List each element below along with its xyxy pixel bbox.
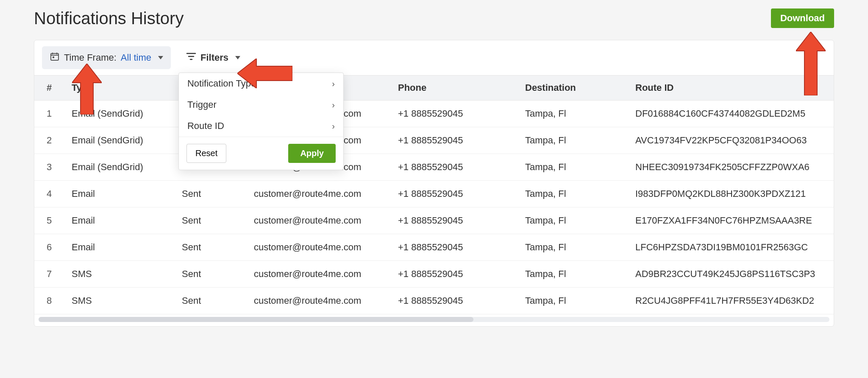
cell-status: Sent	[174, 207, 246, 234]
cell-phone: +1 8885529045	[390, 127, 517, 154]
cell-destination: Tampa, Fl	[517, 261, 628, 288]
table-row[interactable]: 8SMSSentcustomer@route4me.com+1 88855290…	[34, 288, 834, 314]
filter-option-notification-type[interactable]: Notification Type ›	[179, 73, 343, 94]
cell-routeid: NHEEC30919734FK2505CFFZZP0WXA6	[628, 154, 834, 181]
filters-chip[interactable]: Filters	[178, 47, 248, 68]
cell-destination: Tampa, Fl	[517, 127, 628, 154]
table-row[interactable]: 5EmailSentcustomer@route4me.com+1 888552…	[34, 207, 834, 234]
cell-type: Email (SendGrid)	[64, 154, 174, 181]
cell-email: customer@route4me.com	[246, 181, 390, 207]
col-header-type: Type	[64, 76, 174, 101]
cell-routeid: DF016884C160CF43744082GDLED2M5	[628, 101, 834, 127]
filters-label: Filters	[200, 52, 228, 63]
history-panel: Time Frame: All time Filters Noti	[34, 40, 834, 327]
cell-type: SMS	[64, 288, 174, 314]
cell-destination: Tampa, Fl	[517, 207, 628, 234]
cell-num: 1	[34, 101, 64, 127]
calendar-icon	[50, 51, 60, 64]
cell-phone: +1 8885529045	[390, 234, 517, 261]
notifications-table: # Type Status Email Phone Destination Ro…	[34, 75, 834, 314]
cell-type: Email (SendGrid)	[64, 127, 174, 154]
cell-type: Email	[64, 181, 174, 207]
cell-status: Sent	[174, 181, 246, 207]
svg-rect-0	[51, 53, 58, 60]
filter-option-trigger[interactable]: Trigger ›	[179, 94, 343, 115]
cell-phone: +1 8885529045	[390, 288, 517, 314]
filter-icon	[186, 52, 196, 63]
svg-rect-1	[53, 56, 54, 58]
filter-option-label: Notification Type	[187, 78, 256, 89]
cell-type: Email	[64, 234, 174, 261]
chevron-right-icon: ›	[332, 79, 335, 89]
timeframe-chip[interactable]: Time Frame: All time	[42, 46, 171, 69]
download-button[interactable]: Download	[771, 8, 834, 28]
cell-phone: +1 8885529045	[390, 181, 517, 207]
col-header-num: #	[34, 76, 64, 101]
filter-option-label: Trigger	[187, 99, 217, 110]
cell-email: customer@route4me.com	[246, 288, 390, 314]
table-row[interactable]: 2Email (SendGrid)Sentcustomer@route4me.c…	[34, 127, 834, 154]
filter-option-route-id[interactable]: Route ID ›	[179, 115, 343, 137]
cell-destination: Tampa, Fl	[517, 234, 628, 261]
timeframe-label: Time Frame:	[64, 52, 117, 63]
filters-dropdown: Notification Type › Trigger › Route ID ›…	[178, 73, 344, 170]
cell-status: Sent	[174, 234, 246, 261]
filter-option-label: Route ID	[187, 120, 224, 132]
cell-phone: +1 8885529045	[390, 207, 517, 234]
cell-phone: +1 8885529045	[390, 154, 517, 181]
filters-reset-button[interactable]: Reset	[186, 144, 226, 163]
timeframe-value: All time	[121, 52, 151, 63]
scrollbar-thumb[interactable]	[39, 317, 473, 322]
cell-routeid: AVC19734FV22KP5CFQ32081P34OO63	[628, 127, 834, 154]
chevron-right-icon: ›	[332, 100, 335, 110]
cell-email: customer@route4me.com	[246, 261, 390, 288]
cell-status: Sent	[174, 288, 246, 314]
cell-routeid: E170FZXA1FF34N0FC76HPZMSAAA3RE	[628, 207, 834, 234]
col-header-routeid: Route ID	[628, 76, 834, 101]
cell-num: 7	[34, 261, 64, 288]
cell-num: 5	[34, 207, 64, 234]
cell-type: SMS	[64, 261, 174, 288]
cell-destination: Tampa, Fl	[517, 154, 628, 181]
table-row[interactable]: 1Email (SendGrid)Sentcustomer@route4me.c…	[34, 101, 834, 127]
col-header-destination: Destination	[517, 76, 628, 101]
table-header-row: # Type Status Email Phone Destination Ro…	[34, 76, 834, 101]
cell-destination: Tampa, Fl	[517, 101, 628, 127]
cell-phone: +1 8885529045	[390, 101, 517, 127]
cell-routeid: R2CU4JG8PFF41L7H7FR55E3Y4D63KD2	[628, 288, 834, 314]
cell-num: 8	[34, 288, 64, 314]
cell-type: Email	[64, 207, 174, 234]
table-row[interactable]: 4EmailSentcustomer@route4me.com+1 888552…	[34, 181, 834, 207]
page-title: Notifications History	[34, 9, 184, 28]
cell-email: customer@route4me.com	[246, 234, 390, 261]
cell-type: Email (SendGrid)	[64, 101, 174, 127]
col-header-phone: Phone	[390, 76, 517, 101]
cell-num: 3	[34, 154, 64, 181]
cell-phone: +1 8885529045	[390, 261, 517, 288]
cell-email: customer@route4me.com	[246, 207, 390, 234]
chevron-down-icon	[235, 56, 240, 59]
table-row[interactable]: 3Email (SendGrid)Sentcustomer@route4me.c…	[34, 154, 834, 181]
cell-destination: Tampa, Fl	[517, 181, 628, 207]
chevron-right-icon: ›	[332, 121, 335, 131]
cell-routeid: AD9BR23CCUT49K245JG8PS116TSC3P3	[628, 261, 834, 288]
filters-apply-button[interactable]: Apply	[288, 144, 336, 163]
cell-routeid: LFC6HPZSDA73DI19BM0101FR2563GC	[628, 234, 834, 261]
cell-num: 2	[34, 127, 64, 154]
table-row[interactable]: 7SMSSentcustomer@route4me.com+1 88855290…	[34, 261, 834, 288]
table-row[interactable]: 6EmailSentcustomer@route4me.com+1 888552…	[34, 234, 834, 261]
cell-num: 6	[34, 234, 64, 261]
chevron-down-icon	[158, 56, 163, 59]
toolbar: Time Frame: All time Filters Noti	[34, 40, 834, 75]
cell-status: Sent	[174, 261, 246, 288]
cell-num: 4	[34, 181, 64, 207]
cell-destination: Tampa, Fl	[517, 288, 628, 314]
cell-routeid: I983DFP0MQ2KDL88HZ300K3PDXZ121	[628, 181, 834, 207]
horizontal-scrollbar[interactable]	[39, 317, 829, 322]
